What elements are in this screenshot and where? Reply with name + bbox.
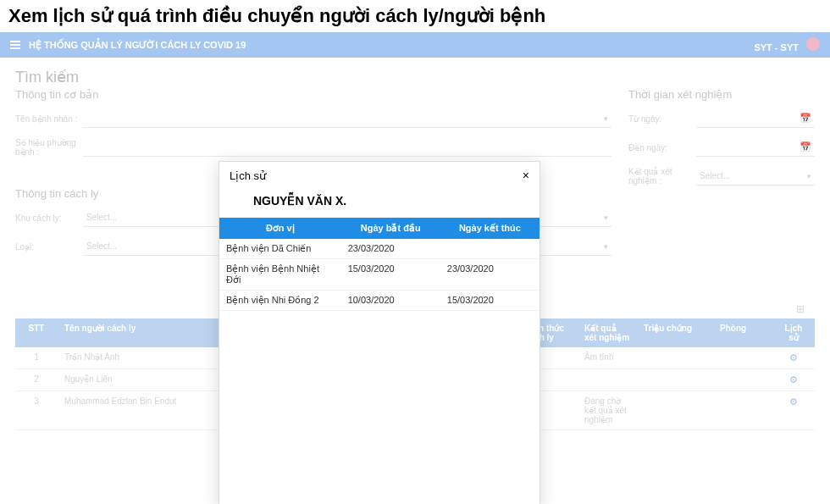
- ward-no-label: Số hiệu phường bệnh :: [15, 138, 83, 157]
- search-title: Tìm kiếm: [15, 68, 815, 86]
- modal-table-header: Đơn vị Ngày bắt đầu Ngày kết thúc: [219, 218, 540, 239]
- patient-name-input[interactable]: ▾: [83, 109, 611, 128]
- chevron-down-icon: ▾: [604, 213, 608, 222]
- to-date-input[interactable]: 📅: [696, 138, 815, 157]
- col-stt: STT: [15, 318, 58, 347]
- topbar: HỆ THỐNG QUẢN LÝ NGƯỜI CÁCH LY COVID 19 …: [0, 32, 830, 58]
- modal-table-row: Bệnh viện Bệnh Nhiệt Đới 15/03/2020 23/0…: [219, 259, 540, 291]
- mcol-start: Ngày bắt đầu: [341, 218, 440, 239]
- test-time-label: Thời gian xét nghiệm: [628, 88, 815, 101]
- ward-no-input[interactable]: [83, 138, 611, 157]
- history-modal: Lịch sử × NGUYỄN VĂN X. Đơn vị Ngày bắt …: [219, 161, 540, 504]
- calendar-icon: 📅: [800, 141, 811, 152]
- type-label: Loại:: [15, 242, 83, 252]
- calendar-icon: 📅: [800, 113, 811, 124]
- app-title: HỆ THỐNG QUẢN LÝ NGƯỜI CÁCH LY COVID 19: [29, 40, 246, 51]
- chevron-down-icon: ▾: [604, 114, 608, 123]
- gear-icon[interactable]: ⚙: [789, 374, 798, 385]
- col-kq: Kết quả xét nghiệm: [578, 318, 637, 347]
- chevron-down-icon: ▾: [807, 172, 811, 180]
- modal-title: Lịch sử: [230, 169, 266, 182]
- gear-icon[interactable]: ⚙: [789, 396, 798, 407]
- col-name: Tên người cách ly: [58, 318, 227, 347]
- app-background: HỆ THỐNG QUẢN LÝ NGƯỜI CÁCH LY COVID 19 …: [0, 32, 830, 504]
- col-trieu: Triệu chứng: [637, 318, 713, 347]
- mcol-end: Ngày kết thúc: [440, 218, 540, 239]
- from-date-input[interactable]: 📅: [696, 109, 815, 128]
- col-phong: Phòng: [713, 318, 772, 347]
- page-heading: Xem lịch sử quá trình điều chuyển người …: [0, 0, 830, 32]
- chevron-down-icon: ▾: [604, 242, 608, 251]
- close-icon[interactable]: ×: [523, 169, 529, 182]
- col-lichsu: Lịch sử: [772, 318, 815, 347]
- test-result-label: Kết quả xét nghiệm :: [628, 167, 696, 186]
- to-date-label: Đến ngày:: [628, 143, 696, 152]
- user-org-label: SYT - SYT: [754, 42, 799, 53]
- patient-name-label: Tên bệnh nhân :: [15, 114, 83, 124]
- mcol-unit: Đơn vị: [219, 218, 341, 239]
- menu-icon[interactable]: [10, 41, 20, 49]
- test-result-select[interactable]: Select...▾: [696, 167, 815, 186]
- from-date-label: Từ ngày:: [628, 114, 696, 124]
- modal-person-name: NGUYỄN VĂN X.: [219, 189, 540, 218]
- modal-table-row: Bệnh viện Nhi Đồng 2 10/03/2020 15/03/20…: [219, 291, 540, 311]
- avatar[interactable]: [806, 37, 820, 51]
- modal-table-row: Bệnh viện Dã Chiến 23/03/2020: [219, 239, 540, 259]
- basic-info-label: Thông tin cơ bản: [15, 88, 611, 101]
- quarantine-zone-label: Khu cách ly:: [15, 213, 83, 223]
- gear-icon[interactable]: ⚙: [789, 352, 798, 363]
- export-icon[interactable]: ⊞: [796, 303, 805, 315]
